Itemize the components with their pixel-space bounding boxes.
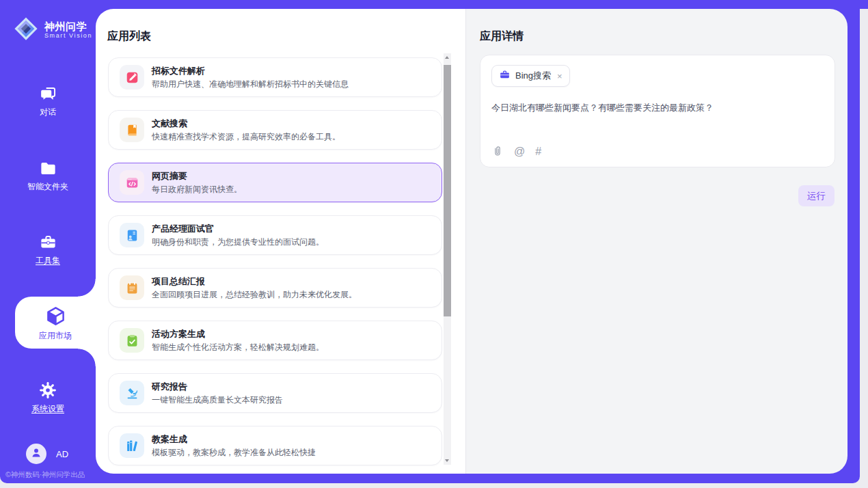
briefcase-icon (499, 69, 511, 83)
folder-icon (39, 159, 57, 178)
gear-icon (38, 381, 57, 400)
book-icon (120, 118, 144, 142)
app-card-literature-search[interactable]: 文献搜索 快速精准查找学术资源，提高研究效率的必备工具。 (108, 110, 442, 150)
notepad-icon (120, 275, 144, 300)
app-name: 文献搜索 (152, 118, 340, 128)
app-card-bid-analysis[interactable]: 招标文件解析 帮助用户快速、准确地理解和解析招标书中的关键信息 (108, 57, 442, 97)
person-icon (30, 446, 42, 461)
app-description: 帮助用户快速、准确地理解和解析招标书中的关键信息 (152, 79, 349, 89)
copyright-footer: ©神州数码·神州问学出品 (5, 470, 85, 480)
sidebar-item-chat[interactable]: 对话 (0, 74, 96, 126)
sidebar-item-system-settings[interactable]: 系统设置 (0, 371, 96, 423)
app-description: 模板驱动，教案秒成，教学准备从此轻松快捷 (152, 448, 316, 457)
app-description: 快速精准查找学术资源，提高研究效率的必备工具。 (152, 132, 340, 141)
app-detail-panel: 应用详情 Bing搜索 × 今日湖北有哪些新闻要点？有哪些需要关注的最新政策？ … (465, 9, 847, 474)
app-name: 教案生成 (152, 434, 316, 444)
app-detail-title: 应用详情 (480, 29, 524, 44)
app-name: 活动方案生成 (152, 329, 324, 339)
content-area: 应用列表 招标文件解析 帮助用户快速、准确地理解和解析招标书中的关键信息 文献搜… (96, 9, 847, 474)
app-items: 招标文件解析 帮助用户快速、准确地理解和解析招标书中的关键信息 文献搜索 快速精… (108, 57, 442, 474)
app-card-activity-plan[interactable]: 活动方案生成 智能生成个性化活动方案，轻松解决规划难题。 (108, 321, 442, 360)
app-name: 招标文件解析 (152, 66, 349, 76)
hash-icon[interactable]: # (535, 146, 541, 158)
sidebar-item-label: 工具集 (36, 256, 60, 265)
brand-name: 神州问学 (44, 21, 92, 32)
prompt-card[interactable]: Bing搜索 × 今日湖北有哪些新闻要点？有哪些需要关注的最新政策？ @ # (480, 55, 835, 167)
attachment-icon[interactable] (491, 146, 504, 158)
scrollbar[interactable] (444, 53, 451, 465)
app-card-pm-interviewer[interactable]: 产品经理面试官 明确身份和职责，为您提供专业性的面试问题。 (108, 215, 442, 255)
app-card-lesson-plan[interactable]: 教案生成 模板驱动，教案秒成，教学准备从此轻松快捷 (108, 426, 442, 465)
active-tab-curve-bottom (78, 349, 96, 366)
active-tab-curve-top (78, 279, 96, 297)
diamond-logo-icon (13, 16, 39, 44)
app-description: 全面回顾项目进展，总结经验教训，助力未来优化发展。 (152, 290, 357, 299)
run-button[interactable]: 运行 (798, 185, 835, 206)
sidebar-item-label: 对话 (40, 108, 56, 117)
app-name: 项目总结汇报 (152, 276, 357, 286)
app-description: 一键智能生成高质量长文本研究报告 (152, 395, 283, 405)
composer-toolbar: @ # (491, 146, 541, 158)
mention-icon[interactable]: @ (514, 146, 525, 158)
app-name: 研究报告 (152, 381, 283, 392)
brand-subtitle: Smart Vision (44, 32, 92, 40)
books-icon (120, 433, 144, 458)
app-card-web-summary[interactable]: 网页摘要 每日政府新闻资讯快查。 (108, 163, 442, 202)
toolbox-icon (39, 233, 57, 252)
app-card-project-summary[interactable]: 项目总结汇报 全面回顾项目进展，总结经验教训，助力未来优化发展。 (108, 268, 442, 308)
brand-logo: 神州问学 Smart Vision (13, 16, 92, 44)
sidebar-item-label: 应用市场 (39, 331, 72, 340)
sidebar-item-label: 系统设置 (31, 405, 64, 414)
app-description: 明确身份和职责，为您提供专业性的面试问题。 (152, 237, 324, 247)
app-name: 网页摘要 (152, 171, 242, 181)
app-name: 产品经理面试官 (152, 223, 324, 234)
app-description: 智能生成个性化活动方案，轻松解决规划难题。 (152, 342, 324, 352)
app-card-research-report[interactable]: 研究报告 一键智能生成高质量长文本研究报告 (108, 373, 442, 413)
sidebar: 神州问学 Smart Vision 对话 智能文件夹 工具集 应用市场 系统设置… (0, 9, 96, 483)
clipboard-check-icon (120, 328, 144, 353)
web-code-icon (120, 170, 144, 195)
user-row[interactable]: AD (26, 444, 68, 464)
sidebar-item-smart-folder[interactable]: 智能文件夹 (0, 149, 96, 201)
sidebar-item-label: 智能文件夹 (27, 182, 68, 191)
cube-icon (45, 306, 66, 327)
app-list-panel: 应用列表 招标文件解析 帮助用户快速、准确地理解和解析招标书中的关键信息 文献搜… (96, 9, 465, 474)
scrollbar-thumb[interactable] (444, 65, 451, 316)
scroll-down-arrow[interactable] (444, 457, 451, 465)
screen: 神州问学 Smart Vision 对话 智能文件夹 工具集 应用市场 系统设置… (0, 0, 868, 488)
chat-icon (39, 85, 57, 103)
app-window: 神州问学 Smart Vision 对话 智能文件夹 工具集 应用市场 系统设置… (0, 9, 860, 483)
tool-chip-bing-search[interactable]: Bing搜索 × (491, 65, 570, 87)
app-description: 每日政府新闻资讯快查。 (152, 185, 242, 194)
sidebar-item-app-market[interactable]: 应用市场 (15, 297, 96, 349)
user-label: AD (56, 449, 68, 459)
top-frame-bar (0, 0, 868, 9)
app-list-title: 应用列表 (107, 29, 151, 44)
tool-chip-label: Bing搜索 (515, 70, 551, 82)
sidebar-item-toolset[interactable]: 工具集 (0, 223, 96, 275)
microscope-icon (120, 381, 144, 405)
bid-document-icon (120, 65, 144, 90)
resume-icon (120, 223, 144, 247)
avatar[interactable] (26, 444, 46, 464)
query-text[interactable]: 今日湖北有哪些新闻要点？有哪些需要关注的最新政策？ (491, 102, 824, 114)
scroll-up-arrow[interactable] (444, 53, 451, 62)
chip-close-icon[interactable]: × (557, 71, 562, 81)
